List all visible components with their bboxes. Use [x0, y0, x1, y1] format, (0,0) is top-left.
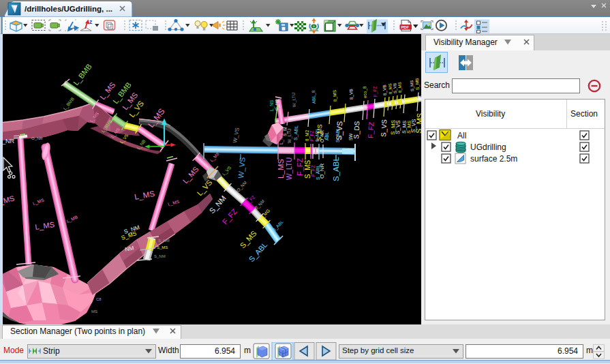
svg-text:8_VB: 8_VB	[382, 85, 388, 95]
svg-text:S_ABL: S_ABL	[293, 125, 299, 140]
svg-text:L_VS: L_VS	[222, 165, 233, 177]
svg-text:z: z	[89, 18, 92, 25]
svg-text:F_FZ: F_FZ	[372, 86, 378, 97]
svg-text:L_BMB: L_BMB	[72, 62, 93, 87]
svg-text:L_NS: L_NS	[269, 100, 275, 111]
svg-text:S_MS: S_MS	[121, 230, 138, 241]
svg-text:ABL_8: ABL_8	[311, 90, 317, 104]
svg-text:S_NM: S_NM	[158, 239, 170, 243]
svg-text:L_MS: L_MS	[35, 220, 55, 231]
svg-text:S_MS: S_MS	[157, 245, 168, 249]
svg-text:6_NM: 6_NM	[254, 198, 266, 211]
svg-text:8_MS: 8_MS	[397, 82, 402, 93]
svg-text:O_NR: O_NR	[275, 99, 279, 110]
svg-text:0_ABL: 0_ABL	[272, 219, 285, 232]
svg-text:S_VS: S_VS	[395, 120, 401, 134]
svg-text:L_MS: L_MS	[277, 159, 285, 179]
svg-text:L_MS: L_MS	[181, 165, 200, 185]
svg-text:_NR: _NR	[3, 138, 15, 145]
svg-text:L_MB: L_MB	[65, 214, 78, 224]
svg-text:C8: C8	[96, 297, 102, 301]
svg-text:S_VS: S_VS	[380, 119, 388, 137]
svg-text:8_VB: 8_VB	[348, 89, 354, 100]
svg-text:S_MS: S_MS	[316, 124, 323, 141]
svg-text:W_LTU: W_LTU	[291, 92, 297, 107]
svg-text:eco_8: eco_8	[362, 86, 368, 98]
svg-text:S_MS: S_MS	[410, 80, 414, 92]
svg-text:S_DS: S_DS	[352, 121, 361, 139]
svg-text:8_MS: 8_MS	[388, 83, 393, 94]
svg-text:8_MS: 8_MS	[332, 89, 338, 102]
svg-text:All: All	[457, 131, 466, 140]
svg-text:F_FZ: F_FZ	[309, 130, 315, 141]
svg-text:S_VS: S_VS	[335, 121, 344, 140]
svg-text:O_NR: O_NR	[31, 136, 43, 140]
svg-text:S_VB: S_VB	[393, 83, 397, 94]
svg-text:S_ABL: S_ABL	[247, 241, 269, 263]
svg-text:F_FZ: F_FZ	[367, 122, 375, 138]
svg-text:O_NR: O_NR	[319, 164, 325, 179]
svg-text:L_MS: L_MS	[167, 199, 180, 207]
svg-text:MS: MS	[91, 309, 97, 314]
svg-text:L_MS: L_MS	[32, 197, 45, 207]
svg-text:F_FZ: F_FZ	[296, 157, 304, 176]
svg-text:W_LTU: W_LTU	[286, 157, 293, 180]
svg-text:S_MS: S_MS	[414, 113, 421, 134]
svg-text:S_NM: S_NM	[154, 254, 166, 258]
svg-text:S_ABL: S_ABL	[332, 157, 340, 181]
svg-text:O_NM: O_NM	[236, 180, 249, 193]
svg-text:W_VS: W_VS	[232, 127, 241, 143]
svg-text:S_MB: S_MB	[414, 78, 421, 90]
svg-text:UGdrilling: UGdrilling	[470, 142, 506, 152]
svg-text:surface 2.5m: surface 2.5m	[470, 154, 517, 164]
svg-text:PDF: PDF	[401, 25, 410, 29]
svg-text:_MS: _MS	[3, 194, 15, 206]
svg-text:F_FZ: F_FZ	[221, 207, 239, 226]
svg-text:/drillholes/UGdrilling, ...: /drillholes/UGdrilling, ...	[25, 5, 112, 13]
svg-text:S_MS: S_MS	[239, 229, 258, 249]
svg-text:L_MS: L_MS	[134, 189, 155, 201]
svg-text:ABL: ABL	[324, 132, 329, 140]
svg-text:L_VS: L_VS	[196, 178, 214, 197]
svg-text:W_VS: W_VS	[237, 157, 247, 179]
svg-text:W_LTU: W_LTU	[287, 128, 292, 143]
